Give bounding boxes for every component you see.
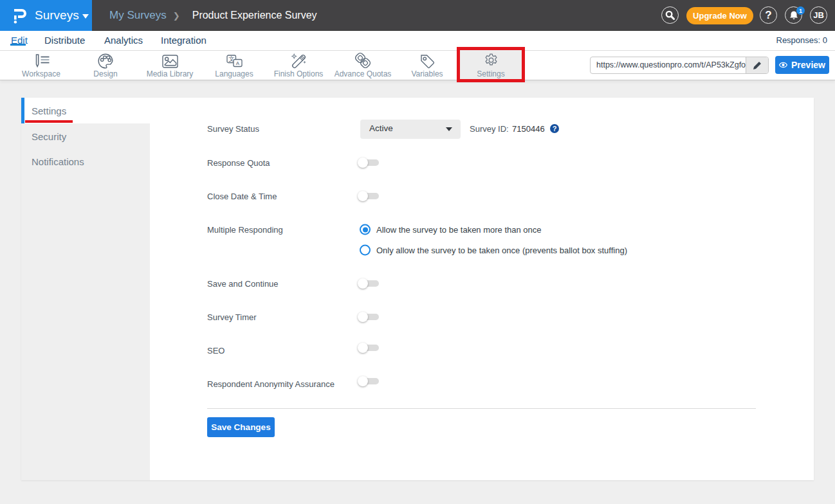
svg-text:A: A	[235, 60, 239, 66]
